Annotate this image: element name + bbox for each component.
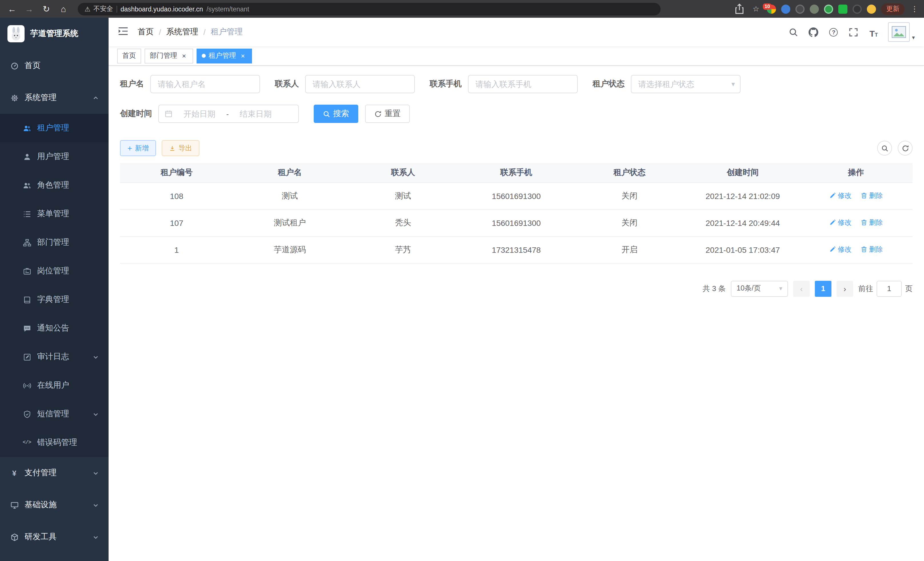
next-page-button[interactable]: › bbox=[837, 281, 853, 296]
breadcrumb-item[interactable]: 首页 bbox=[138, 27, 154, 37]
edit-link[interactable]: 修改 bbox=[829, 191, 851, 201]
toggle-search-button[interactable] bbox=[877, 141, 892, 156]
share-icon[interactable] bbox=[734, 3, 745, 15]
sidebar-item-dept[interactable]: 部门管理 bbox=[0, 228, 109, 257]
start-date-input[interactable] bbox=[175, 109, 224, 118]
date-range-picker[interactable]: - bbox=[158, 105, 299, 123]
url-host: dashboard.yudao.iocoder.cn bbox=[121, 5, 203, 12]
tenant-name-input[interactable] bbox=[150, 75, 260, 93]
chevron-down-icon bbox=[93, 502, 99, 508]
export-button[interactable]: 导出 bbox=[162, 140, 200, 156]
extension-icon[interactable] bbox=[853, 4, 862, 14]
sidebar-item-online[interactable]: 在线用户 bbox=[0, 371, 109, 400]
edit-label: 修改 bbox=[838, 191, 851, 201]
extension-icon[interactable] bbox=[867, 4, 876, 14]
sidebar-item-auditlog[interactable]: 审计日志 bbox=[0, 343, 109, 371]
sidebar-item-errorcode[interactable]: </> 错误码管理 bbox=[0, 428, 109, 457]
filter-create-time: 创建时间 - bbox=[120, 105, 299, 123]
help-icon[interactable]: ? bbox=[828, 26, 839, 38]
search-icon[interactable] bbox=[788, 26, 800, 38]
sidebar-item-tenant[interactable]: 租户管理 bbox=[0, 114, 109, 142]
app-logo[interactable]: 芋道管理系统 bbox=[0, 18, 109, 50]
browser-reload-icon[interactable]: ↻ bbox=[39, 2, 54, 16]
browser-home-icon[interactable]: ⌂ bbox=[56, 2, 71, 16]
close-icon[interactable]: × bbox=[239, 52, 247, 60]
end-date-input[interactable] bbox=[231, 109, 280, 118]
user-avatar-menu[interactable]: ▾ bbox=[888, 22, 915, 42]
sidebar-item-notice[interactable]: 通知公告 bbox=[0, 314, 109, 343]
status-select-input[interactable] bbox=[631, 75, 741, 93]
contact-input[interactable] bbox=[305, 75, 415, 93]
goto-page-input[interactable] bbox=[877, 281, 902, 296]
sidebar-item-user[interactable]: 用户管理 bbox=[0, 142, 109, 171]
cell-status: 关闭 bbox=[573, 209, 686, 236]
page-size-select[interactable]: 10条/页 ▾ bbox=[731, 281, 788, 296]
sidebar-item-devtools[interactable]: 研发工具 bbox=[0, 521, 109, 553]
extension-icon[interactable] bbox=[795, 4, 805, 14]
tab-tenant[interactable]: 租户管理 × bbox=[196, 48, 252, 63]
sidebar-item-home[interactable]: 首页 bbox=[0, 50, 109, 82]
font-size-icon[interactable]: TT bbox=[868, 26, 879, 38]
site-security[interactable]: ⚠ 不安全 bbox=[85, 5, 113, 13]
sidebar-item-post[interactable]: 岗位管理 bbox=[0, 257, 109, 285]
edit-link[interactable]: 修改 bbox=[829, 218, 851, 228]
add-button[interactable]: + 新增 bbox=[120, 140, 156, 156]
reset-button-label: 重置 bbox=[385, 109, 400, 119]
extension-icon[interactable] bbox=[810, 4, 819, 14]
sidebar-item-infra[interactable]: 基础设施 bbox=[0, 489, 109, 521]
search-button[interactable]: 搜索 bbox=[314, 105, 358, 123]
breadcrumb-item-current: 租户管理 bbox=[211, 27, 243, 37]
refresh-button[interactable] bbox=[898, 141, 913, 156]
avatar bbox=[888, 22, 910, 42]
cell-phone: 15601691300 bbox=[460, 182, 573, 209]
extension-icon[interactable] bbox=[838, 4, 848, 14]
caret-down-icon: ▾ bbox=[779, 285, 782, 292]
breadcrumb-item[interactable]: 系统管理 bbox=[166, 27, 198, 37]
close-icon[interactable]: × bbox=[180, 52, 188, 60]
warning-icon: ⚠ bbox=[85, 5, 91, 13]
delete-link[interactable]: 删除 bbox=[861, 245, 883, 254]
chevron-up-icon bbox=[93, 95, 99, 101]
sidebar-item-payment[interactable]: ¥ 支付管理 bbox=[0, 457, 109, 489]
extension-icon[interactable] bbox=[824, 4, 833, 14]
browser-menu-icon[interactable]: ⋮ bbox=[910, 5, 920, 13]
field-label: 联系人 bbox=[275, 79, 299, 89]
filter-phone: 联系手机 bbox=[430, 75, 578, 93]
reset-button[interactable]: 重置 bbox=[365, 105, 410, 123]
sidebar-item-sms[interactable]: 短信管理 bbox=[0, 400, 109, 428]
sidebar-item-dict[interactable]: 字典管理 bbox=[0, 285, 109, 314]
extension-icon[interactable]: 10 bbox=[767, 4, 776, 14]
tab-dept[interactable]: 部门管理 × bbox=[145, 48, 193, 63]
prev-page-button[interactable]: ‹ bbox=[793, 281, 810, 296]
edit-label: 修改 bbox=[838, 245, 851, 254]
table-row: 1 芋道源码 芋艿 17321315478 开启 2021-01-05 17:0… bbox=[120, 236, 913, 263]
delete-link[interactable]: 删除 bbox=[861, 191, 883, 201]
address-bar[interactable]: ⚠ 不安全 dashboard.yudao.iocoder.cn/system/… bbox=[78, 3, 661, 15]
sidebar-item-menu[interactable]: 菜单管理 bbox=[0, 200, 109, 228]
edit-link[interactable]: 修改 bbox=[829, 245, 851, 254]
edit-icon bbox=[829, 193, 836, 199]
page-number-button[interactable]: 1 bbox=[815, 281, 831, 296]
browser-update-button[interactable]: 更新 bbox=[881, 3, 904, 15]
sidebar-item-system[interactable]: 系统管理 bbox=[0, 82, 109, 114]
status-select[interactable]: ▾ bbox=[631, 75, 741, 93]
fullscreen-icon[interactable] bbox=[848, 26, 860, 38]
shield-icon bbox=[22, 409, 32, 419]
refresh-icon bbox=[902, 144, 909, 152]
dashboard-icon bbox=[10, 61, 19, 70]
browser-forward-icon[interactable]: → bbox=[22, 2, 37, 16]
phone-input[interactable] bbox=[468, 75, 578, 93]
github-icon[interactable] bbox=[808, 26, 819, 38]
sidebar-collapse-button[interactable] bbox=[109, 18, 138, 46]
tab-home[interactable]: 首页 bbox=[117, 48, 141, 63]
browser-back-icon[interactable]: ← bbox=[4, 2, 20, 16]
sidebar-item-role[interactable]: 角色管理 bbox=[0, 171, 109, 200]
delete-link[interactable]: 删除 bbox=[861, 218, 883, 228]
sidebar-item-label: 通知公告 bbox=[37, 323, 69, 333]
cell-tenant-name: 测试租户 bbox=[233, 209, 346, 236]
extension-icon[interactable] bbox=[781, 4, 790, 14]
active-dot bbox=[202, 54, 206, 58]
bookmark-star-icon[interactable]: ☆ bbox=[750, 3, 762, 15]
page-root: ← → ↻ ⌂ ⚠ 不安全 dashboard.yudao.iocoder.cn… bbox=[0, 0, 924, 561]
roles-icon bbox=[22, 181, 32, 190]
